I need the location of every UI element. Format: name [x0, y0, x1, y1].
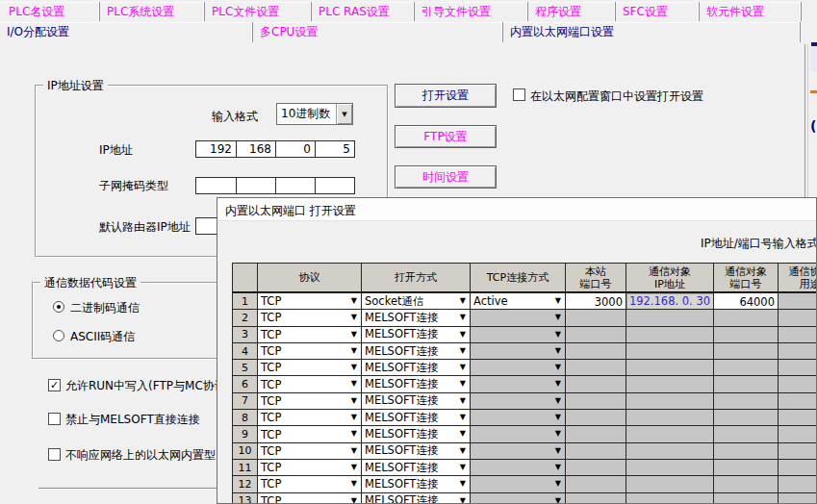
tab-row1-7[interactable]: 软元件设置	[700, 2, 802, 21]
protocol-dropdown[interactable]: TCP▼	[258, 493, 361, 504]
protocol-dropdown[interactable]: TCP▼	[258, 293, 361, 309]
tab-row1-3[interactable]: PLC RAS设置	[312, 2, 415, 21]
target-port-cell[interactable]: 64000	[714, 293, 778, 309]
chevron-down-icon[interactable]: ▼	[351, 380, 357, 388]
tcp-connection-dropdown[interactable]: ▼	[471, 327, 565, 342]
protocol-dropdown[interactable]: TCP▼	[258, 360, 361, 375]
chevron-down-icon[interactable]: ▼	[460, 297, 466, 305]
open-method-dropdown[interactable]: MELSOFT连接▼	[362, 410, 470, 425]
chevron-down-icon[interactable]: ▼	[460, 497, 466, 504]
ip-octet-2[interactable]: 168	[236, 141, 275, 157]
protocol-dropdown[interactable]: TCP▼	[258, 443, 361, 459]
chevron-down-icon[interactable]: ▼	[351, 331, 357, 339]
option-checkbox-0[interactable]: ✓	[48, 379, 61, 391]
chevron-down-icon[interactable]: ▼	[555, 464, 561, 471]
tab-row1-4[interactable]: 引导文件设置	[415, 2, 528, 21]
chevron-down-icon[interactable]: ▼	[555, 497, 561, 504]
chevron-down-icon[interactable]: ▼	[351, 297, 357, 305]
chevron-down-icon[interactable]: ▼	[351, 497, 357, 504]
protocol-dropdown[interactable]: TCP▼	[258, 393, 361, 409]
tcp-connection-dropdown[interactable]: ▼	[471, 393, 565, 409]
chevron-down-icon[interactable]: ▼	[460, 480, 466, 488]
protocol-dropdown[interactable]: TCP▼	[258, 327, 361, 342]
chevron-down-icon[interactable]: ▼	[351, 464, 357, 471]
tcp-connection-dropdown[interactable]: ▼	[471, 376, 565, 391]
tcp-connection-dropdown[interactable]: ▼	[471, 310, 565, 325]
open-method-dropdown[interactable]: MELSOFT连接▼	[362, 360, 470, 375]
binary-code-radio[interactable]	[53, 301, 64, 313]
open-method-dropdown[interactable]: MELSOFT连接▼	[362, 460, 470, 475]
chevron-down-icon[interactable]: ▼	[555, 331, 561, 339]
chevron-down-icon[interactable]: ▼	[460, 380, 466, 388]
chevron-down-icon[interactable]: ▼	[460, 331, 466, 339]
chevron-down-icon[interactable]: ▼	[555, 347, 561, 355]
chevron-down-icon[interactable]: ▼	[351, 430, 357, 438]
chevron-down-icon[interactable]: ▼	[555, 430, 561, 438]
open-method-dropdown[interactable]: MELSOFT连接▼	[362, 376, 470, 391]
tab-row1-2[interactable]: PLC文件设置	[205, 2, 312, 21]
chevron-down-icon[interactable]: ▼	[351, 480, 357, 488]
tcp-connection-dropdown[interactable]: ▼	[471, 493, 565, 504]
chevron-down-icon[interactable]: ▼	[460, 414, 466, 421]
tab-row1-5[interactable]: 程序设置	[528, 2, 616, 21]
ascii-code-radio[interactable]	[53, 330, 64, 341]
chevron-down-icon[interactable]: ▼	[460, 447, 466, 455]
chevron-down-icon[interactable]: ▼	[351, 397, 357, 405]
protocol-dropdown[interactable]: TCP▼	[258, 460, 361, 475]
open-method-dropdown[interactable]: MELSOFT连接▼	[362, 476, 470, 491]
chevron-down-icon[interactable]: ▼	[460, 397, 466, 405]
open-method-dropdown[interactable]: MELSOFT连接▼	[362, 327, 470, 342]
chevron-down-icon[interactable]: ▼	[460, 464, 466, 471]
protocol-dropdown[interactable]: TCP▼	[258, 410, 361, 425]
tab-row1-0[interactable]: PLC名设置	[2, 2, 100, 21]
chevron-down-icon[interactable]: ▼	[555, 380, 561, 388]
open-method-dropdown[interactable]: MELSOFT连接▼	[362, 343, 470, 359]
open-method-dropdown[interactable]: MELSOFT连接▼	[362, 443, 470, 459]
chevron-down-icon[interactable]: ▼	[351, 414, 357, 421]
protocol-dropdown[interactable]: TCP▼	[258, 310, 361, 325]
tcp-connection-dropdown[interactable]: ▼	[471, 443, 565, 459]
tab-row1-1[interactable]: PLC系统设置	[100, 2, 205, 21]
tab-row2-0[interactable]: I/O分配设置	[0, 22, 253, 42]
chevron-down-icon[interactable]: ▼	[351, 347, 357, 355]
subnet-octet-1[interactable]	[196, 178, 236, 193]
dialog-titlebar[interactable]: 内置以太网端口 打开设置	[217, 198, 816, 221]
time-setting-button[interactable]: 时间设置	[395, 165, 497, 189]
subnet-octet-4[interactable]	[315, 178, 354, 193]
tcp-connection-dropdown[interactable]: ▼	[471, 343, 565, 359]
tcp-connection-dropdown[interactable]: ▼	[471, 410, 565, 425]
chevron-down-icon[interactable]: ▼	[555, 447, 561, 455]
chevron-down-icon[interactable]: ▼	[555, 414, 561, 421]
protocol-dropdown[interactable]: TCP▼	[258, 376, 361, 391]
tab-row2-1[interactable]: 多CPU设置	[253, 22, 503, 42]
subnet-octet-2[interactable]	[236, 178, 275, 193]
tcp-connection-dropdown[interactable]: ▼	[471, 360, 565, 375]
chevron-down-icon[interactable]: ▼	[351, 364, 357, 371]
tab-row2-2-active[interactable]: 内置以太网端口设置	[503, 22, 801, 42]
chevron-down-icon[interactable]: ▼	[460, 364, 466, 371]
chevron-down-icon[interactable]: ▼	[555, 480, 561, 488]
ip-octet-4[interactable]: 5	[315, 141, 354, 157]
chevron-down-icon[interactable]: ▼	[460, 430, 466, 438]
chevron-down-icon[interactable]: ▼	[555, 314, 561, 321]
open-method-dropdown[interactable]: Socket通信▼	[362, 293, 470, 309]
open-setting-button[interactable]: 打开设置	[395, 84, 497, 108]
open-method-dropdown[interactable]: MELSOFT连接▼	[362, 426, 470, 441]
target-ip-cell[interactable]: 192.168. 0. 30	[626, 293, 713, 309]
option-checkbox-2[interactable]	[48, 448, 61, 461]
tcp-connection-dropdown[interactable]: ▼	[471, 426, 565, 441]
subnet-octet-3[interactable]	[275, 178, 315, 193]
open-method-dropdown[interactable]: MELSOFT连接▼	[362, 310, 470, 325]
tcp-connection-dropdown[interactable]: ▼	[471, 476, 565, 491]
input-format-dropdown[interactable]: 10进制数 ▼	[276, 103, 353, 125]
chevron-down-icon[interactable]: ▼	[555, 297, 561, 305]
open-method-dropdown[interactable]: MELSOFT连接▼	[362, 493, 470, 504]
tab-row1-6[interactable]: SFC设置	[616, 2, 700, 21]
tcp-connection-dropdown[interactable]: Active▼	[471, 293, 565, 309]
protocol-dropdown[interactable]: TCP▼	[258, 426, 361, 441]
chevron-down-icon[interactable]: ▼	[460, 347, 466, 355]
tcp-connection-dropdown[interactable]: ▼	[471, 460, 565, 475]
chevron-down-icon[interactable]: ▼	[336, 104, 352, 124]
protocol-dropdown[interactable]: TCP▼	[258, 476, 361, 491]
ip-octet-3[interactable]: 0	[275, 141, 315, 157]
